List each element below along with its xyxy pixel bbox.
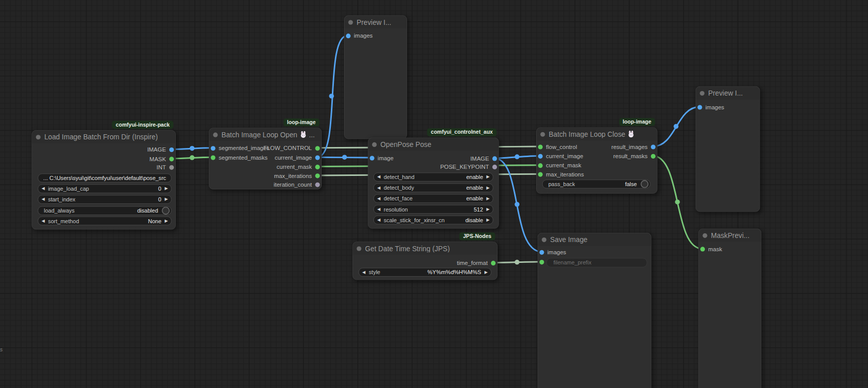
slot-dot-int[interactable] [315, 173, 320, 178]
increment-arrow-icon[interactable]: ▶ [161, 217, 171, 225]
slot-dot-mask[interactable] [315, 165, 320, 169]
collapse-dot-icon[interactable] [700, 91, 704, 95]
wire-openpose-image-to-save[interactable] [494, 158, 541, 252]
slot-dot-mask[interactable] [538, 163, 543, 168]
output-slot-current-image: current_image [274, 153, 320, 162]
image-load-cap-widget[interactable]: ◀ image_load_cap 0 ▶ [38, 184, 171, 193]
slot-dot-mask[interactable] [169, 157, 174, 161]
node-titlebar[interactable]: Preview I... [345, 16, 407, 28]
node-preview-image-right[interactable]: Preview I... images [696, 86, 760, 212]
node-get-date-time-string[interactable]: JPS-Nodes Get Date Time String (JPS) tim… [353, 242, 498, 280]
slot-dot-string[interactable] [491, 261, 495, 265]
node-mask-preview[interactable]: MaskPrevi... mask [698, 229, 761, 388]
increment-arrow-icon[interactable]: ▶ [483, 173, 493, 181]
style-widget[interactable]: ◀ style %Y%m%d%H%M%S ▶ [358, 268, 491, 277]
slot-dot-misc[interactable] [315, 183, 320, 187]
toggle-circle-icon[interactable] [641, 180, 649, 188]
collapse-dot-icon[interactable] [36, 135, 41, 139]
node-batch-image-loop-close[interactable]: loop-image Batch Image Loop Close flow_c… [536, 127, 658, 193]
decrement-arrow-icon[interactable]: ◀ [38, 195, 48, 203]
slot-dot-image[interactable] [697, 105, 702, 109]
slot-dot-image[interactable] [370, 156, 375, 160]
decrement-arrow-icon[interactable]: ◀ [38, 185, 48, 193]
slot-dot-image[interactable] [538, 154, 543, 159]
detect-face-widget[interactable]: ◀ detect_face enable ▶ [374, 194, 493, 203]
slot-dot-int[interactable] [538, 172, 543, 177]
detect-hand-widget[interactable]: ◀ detect_hand enable ▶ [374, 172, 493, 181]
node-titlebar[interactable]: OpenPose Pose [368, 138, 499, 151]
collapse-dot-icon[interactable] [348, 20, 353, 24]
wire-result-masks[interactable] [653, 156, 702, 249]
increment-arrow-icon[interactable]: ▶ [161, 195, 171, 203]
slot-dot-mask[interactable] [651, 154, 656, 159]
collapse-dot-icon[interactable] [540, 132, 545, 136]
decrement-arrow-icon[interactable]: ◀ [374, 173, 384, 181]
directory-path-widget[interactable]: ... C:\Users\syui\git\comfyui\user\defau… [38, 173, 171, 182]
decrement-arrow-icon[interactable]: ◀ [374, 205, 384, 214]
collapse-dot-icon[interactable] [357, 246, 361, 251]
increment-arrow-icon[interactable]: ▶ [483, 184, 493, 192]
node-titlebar[interactable]: Get Date Time String (JPS) [353, 242, 497, 255]
detect-body-widget[interactable]: ◀ detect_body enable ▶ [374, 184, 493, 192]
wire-image-to-segmented-images[interactable] [171, 146, 213, 151]
increment-arrow-icon[interactable]: ▶ [483, 195, 493, 203]
resolution-widget[interactable]: ◀ resolution 512 ▶ [374, 205, 493, 214]
slot-dot-image[interactable] [169, 147, 174, 152]
slot-dot-flow-control[interactable] [315, 146, 320, 151]
decrement-arrow-icon[interactable]: ◀ [359, 268, 368, 277]
decrement-arrow-icon[interactable]: ◀ [374, 184, 384, 192]
slot-dot-mask[interactable] [700, 247, 705, 251]
output-slot-iteration-count: iteration_count [274, 180, 320, 189]
sort-method-widget[interactable]: ◀ sort_method None ▶ [38, 217, 171, 225]
wire-mask-to-segmented-masks[interactable] [171, 155, 213, 160]
slot-dot-image[interactable] [211, 146, 215, 151]
slot-dot-string[interactable] [539, 260, 544, 264]
decrement-arrow-icon[interactable]: ◀ [38, 217, 48, 225]
toggle-circle-icon[interactable] [162, 206, 170, 215]
pass-back-toggle[interactable]: pass_back false [542, 180, 650, 188]
wire-result-images[interactable] [653, 107, 700, 146]
node-load-image-batch[interactable]: comfyui-inspire-pack Load Image Batch Fr… [32, 130, 175, 229]
decrement-arrow-icon[interactable]: ◀ [374, 216, 384, 224]
collapse-dot-icon[interactable] [542, 237, 546, 242]
node-preview-image-top[interactable]: Preview I... images [344, 15, 407, 139]
slot-dot-flow-control[interactable] [538, 144, 543, 149]
node-badge: loop-image [619, 118, 655, 126]
node-badge: JPS-Nodes [459, 232, 495, 241]
increment-arrow-icon[interactable]: ▶ [483, 205, 493, 214]
wire-time-format[interactable] [493, 260, 541, 265]
wire-current-image-to-openpose[interactable] [317, 155, 371, 160]
node-titlebar[interactable]: Batch Image Loop Open ... [209, 128, 321, 141]
node-batch-image-loop-open[interactable]: loop-image Batch Image Loop Open ... seg… [209, 128, 322, 189]
collapse-dot-icon[interactable] [703, 233, 707, 237]
load-always-toggle[interactable]: load_always disabled [38, 206, 171, 215]
increment-arrow-icon[interactable]: ▶ [483, 216, 493, 224]
node-titlebar[interactable]: Preview I... [696, 87, 760, 100]
output-slot-max-iterations: max_iterations [274, 171, 320, 181]
node-titlebar[interactable]: Load Image Batch From Dir (Inspire) [32, 131, 175, 143]
slot-dot-image[interactable] [651, 144, 656, 149]
node-badge: loop-image [283, 118, 319, 127]
slot-dot-misc[interactable] [492, 165, 497, 169]
slot-dot-mask[interactable] [211, 156, 215, 160]
increment-arrow-icon[interactable]: ▶ [161, 185, 171, 193]
increment-arrow-icon[interactable]: ▶ [481, 268, 491, 277]
wire-openpose-image-to-loop-close[interactable] [494, 154, 540, 159]
scale-stick-widget[interactable]: ◀ scale_stick_for_xinsr_cn disable ▶ [374, 216, 493, 224]
start-index-widget[interactable]: ◀ start_index 0 ▶ [38, 195, 171, 203]
collapse-dot-icon[interactable] [372, 142, 377, 146]
node-titlebar[interactable]: Save Image [538, 233, 651, 246]
slot-dot-image[interactable] [539, 250, 544, 255]
node-openpose-pose[interactable]: comfyui_controlnet_aux OpenPose Pose ima… [368, 138, 499, 229]
filename-prefix-input[interactable]: filename_prefix [546, 258, 647, 267]
node-graph-canvas[interactable]: comfyui-inspire-pack Load Image Batch Fr… [0, 0, 868, 388]
node-save-image[interactable]: Save Image images filename_prefix [538, 233, 652, 388]
slot-dot-image[interactable] [492, 156, 497, 161]
slot-dot-int[interactable] [169, 165, 174, 170]
slot-dot-image[interactable] [346, 34, 351, 38]
decrement-arrow-icon[interactable]: ◀ [374, 195, 384, 203]
node-titlebar[interactable]: MaskPrevi... [699, 229, 761, 242]
collapse-dot-icon[interactable] [213, 132, 218, 137]
slot-dot-image[interactable] [315, 156, 320, 160]
node-titlebar[interactable]: Batch Image Loop Close [537, 128, 657, 140]
